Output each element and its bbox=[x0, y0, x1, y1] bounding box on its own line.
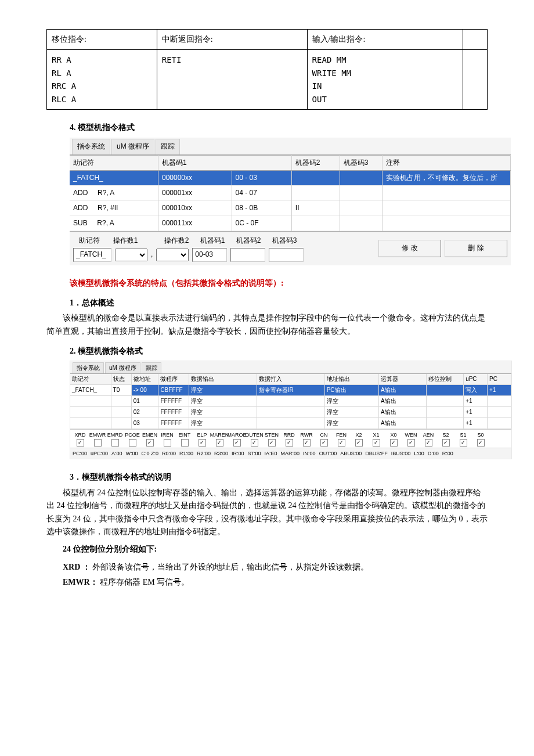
field-code2[interactable] bbox=[230, 248, 265, 262]
flag-pcoe[interactable]: PCOE bbox=[125, 431, 140, 447]
flag-cn[interactable]: CN✓ bbox=[316, 431, 331, 447]
status-item: IBUS:00 bbox=[391, 449, 411, 458]
lbl-code2: 机器码2 bbox=[232, 235, 265, 246]
tab2-instruction-system[interactable]: 指令系统 bbox=[73, 362, 104, 373]
flag-maroe[interactable]: MAROE✓ bbox=[229, 431, 244, 447]
status-item: ABUS:00 bbox=[340, 449, 362, 458]
micro-instruction-features-heading: 该模型机微指令系统的特点（包括其微指令格式的说明等）: bbox=[70, 277, 488, 290]
status-item: OUT:00 bbox=[319, 449, 337, 458]
subsection-2-title: 2. 模型机微指令格式 bbox=[70, 345, 488, 358]
flag-wen[interactable]: WEN✓ bbox=[403, 431, 418, 447]
subsection-3-title: 3．模型机微指令格式的说明 bbox=[70, 471, 488, 484]
td-io: READ MM WRITE MM IN OUT bbox=[307, 50, 463, 110]
flag-x2[interactable]: X2✓ bbox=[351, 431, 366, 447]
lbl-code3: 机器码3 bbox=[268, 235, 301, 246]
col-code3: 机器码3 bbox=[340, 155, 382, 170]
field-mnemonic[interactable]: _FATCH_ bbox=[73, 248, 111, 262]
flag-x0[interactable]: X0✓ bbox=[386, 431, 401, 447]
micro-table-row[interactable]: 03FFFFFF浮空浮空A输出+1 bbox=[70, 417, 511, 429]
status-item: IN:00 bbox=[303, 449, 316, 458]
col-note: 注释 bbox=[382, 155, 510, 170]
flag-rrd[interactable]: RRD✓ bbox=[282, 431, 297, 447]
table-row[interactable]: ADD R?, #II000010xx08 - 0BII bbox=[70, 201, 511, 216]
flag-iren[interactable]: IREN bbox=[160, 431, 175, 447]
micro-table-row[interactable]: 02FFFFFF浮空浮空A输出+1 bbox=[70, 406, 511, 417]
subsection-3-body: 模型机有 24 位控制位以控制寄存器的输入、输出，选择运算器的运算功能，存储器的… bbox=[46, 487, 488, 539]
status-item: R0:00 bbox=[162, 449, 176, 458]
control-bits-row: XRD✓EMWREMRDPCOEEMEN✓IRENEINTELP✓MAREN✓M… bbox=[70, 429, 511, 448]
status-item: A:00 bbox=[111, 449, 122, 458]
flag-s0[interactable]: S0✓ bbox=[473, 431, 488, 447]
status-item: L:00 bbox=[414, 449, 424, 458]
th-reti: 中断返回指令: bbox=[157, 30, 307, 50]
lbl-op2: 操作数2 bbox=[160, 235, 193, 246]
status-item: IR:00 bbox=[232, 449, 244, 458]
flag-x1[interactable]: X1✓ bbox=[369, 431, 384, 447]
tab-instruction-system[interactable]: 指令系统 bbox=[72, 139, 110, 154]
col-mnemonic: 助记符 bbox=[70, 155, 158, 170]
flag-s1[interactable]: S1✓ bbox=[456, 431, 471, 447]
flag-maren[interactable]: MAREN✓ bbox=[212, 431, 227, 447]
micro-table-row[interactable]: _FATCH_T0-> 00CBFFFF浮空指令寄存器IRPC输出A输出写入+1 bbox=[70, 384, 511, 395]
tab2-microprogram[interactable]: uM 微程序 bbox=[105, 362, 140, 373]
delete-button[interactable]: 删 除 bbox=[445, 240, 507, 257]
instruction-category-table: 移位指令: 中断返回指令: 输入/输出指令: RR A RL A RRC A R… bbox=[46, 29, 488, 110]
signal-emwr: EMWR： 程序存储器 EM 写信号。 bbox=[46, 576, 488, 589]
flag-emrd[interactable]: EMRD bbox=[107, 431, 122, 447]
status-item: uPC:00 bbox=[91, 449, 108, 458]
field-code3[interactable] bbox=[269, 248, 304, 262]
status-item: MAR:00 bbox=[281, 449, 300, 458]
microinstruction-panel: 指令系统 uM 微程序 跟踪 助记符状态微地址微程序数据输出数据打入地址输出运算… bbox=[70, 361, 512, 460]
status-item: R3:00 bbox=[214, 449, 228, 458]
modify-button[interactable]: 修 改 bbox=[378, 240, 441, 257]
table-row[interactable]: ADD R?, A000001xx04 - 07 bbox=[70, 185, 511, 200]
status-item: ST:00 bbox=[248, 449, 261, 458]
subsection-1-title: 1．总体概述 bbox=[70, 297, 488, 309]
field-code1[interactable]: 00-03 bbox=[192, 248, 227, 262]
flag-emen[interactable]: EMEN✓ bbox=[142, 431, 157, 447]
status-item: C:0 Z:0 bbox=[141, 449, 158, 458]
flag-eint[interactable]: EINT bbox=[177, 431, 192, 447]
comma: , bbox=[151, 249, 153, 260]
status-item: PC:00 bbox=[73, 449, 87, 458]
status-item: DBUS:FF bbox=[365, 449, 388, 458]
select-op2[interactable] bbox=[156, 249, 189, 261]
lbl-mnemonic: 助记符 bbox=[73, 235, 106, 246]
control-bits-intro: 24 位控制位分别介绍如下: bbox=[46, 543, 488, 556]
status-item: R2:00 bbox=[197, 449, 211, 458]
flag-sten[interactable]: STEN✓ bbox=[264, 431, 279, 447]
tab-microprogram[interactable]: uM 微程序 bbox=[111, 139, 154, 154]
status-item: W:00 bbox=[126, 449, 138, 458]
status-item: D:00 bbox=[428, 449, 439, 458]
lbl-code1: 机器码1 bbox=[196, 235, 229, 246]
flag-outen[interactable]: OUTEN✓ bbox=[247, 431, 262, 447]
status-bar: PC:00uPC:00A:00W:00C:0 Z:0R0:00R1:00R2:0… bbox=[70, 448, 511, 459]
status-item: R1:00 bbox=[179, 449, 193, 458]
lbl-op1: 操作数1 bbox=[109, 235, 142, 246]
flag-aen[interactable]: AEN✓ bbox=[421, 431, 436, 447]
signal-xrd: XRD ： 外部设备读信号，当给出了外设的地址后，输出此信号，从指定外设读数据。 bbox=[46, 561, 488, 574]
subsection-1-body: 该模型机的微命令是以直接表示法进行编码的，其特点是操作控制字段中的每一位代表一个… bbox=[46, 312, 488, 338]
td-reti: RETI bbox=[157, 50, 307, 110]
table-row[interactable]: _FATCH_000000xx00 - 03实验机占用，不可修改。复位后，所 bbox=[70, 170, 511, 185]
td-empty bbox=[463, 50, 488, 110]
th-io: 输入/输出指令: bbox=[307, 30, 463, 50]
status-item: IA:E0 bbox=[265, 449, 277, 458]
tab2-trace[interactable]: 跟踪 bbox=[142, 362, 161, 373]
instruction-format-panel: 指令系统 uM 微程序 跟踪 助记符 机器码1 机器码2 机器码3 注释 _FA… bbox=[70, 138, 511, 265]
tab-trace[interactable]: 跟踪 bbox=[156, 139, 180, 154]
th-empty bbox=[463, 30, 488, 50]
micro-table-row[interactable]: 01FFFFFF浮空浮空A输出+1 bbox=[70, 395, 511, 406]
flag-emwr[interactable]: EMWR bbox=[90, 431, 105, 447]
flag-rwr[interactable]: RWR✓ bbox=[299, 431, 314, 447]
td-shift: RR A RL A RRC A RLC A bbox=[47, 50, 157, 110]
th-shift: 移位指令: bbox=[47, 30, 157, 50]
col-code2: 机器码2 bbox=[291, 155, 340, 170]
section-4-title: 4. 模型机指令格式 bbox=[70, 121, 488, 134]
flag-fen[interactable]: FEN✓ bbox=[334, 431, 349, 447]
select-op1[interactable] bbox=[115, 249, 147, 261]
flag-s2[interactable]: S2✓ bbox=[438, 431, 453, 447]
flag-elp[interactable]: ELP✓ bbox=[194, 431, 210, 447]
table-row[interactable]: SUB R?, A000011xx0C - 0F bbox=[70, 216, 511, 231]
flag-xrd[interactable]: XRD✓ bbox=[73, 431, 88, 447]
